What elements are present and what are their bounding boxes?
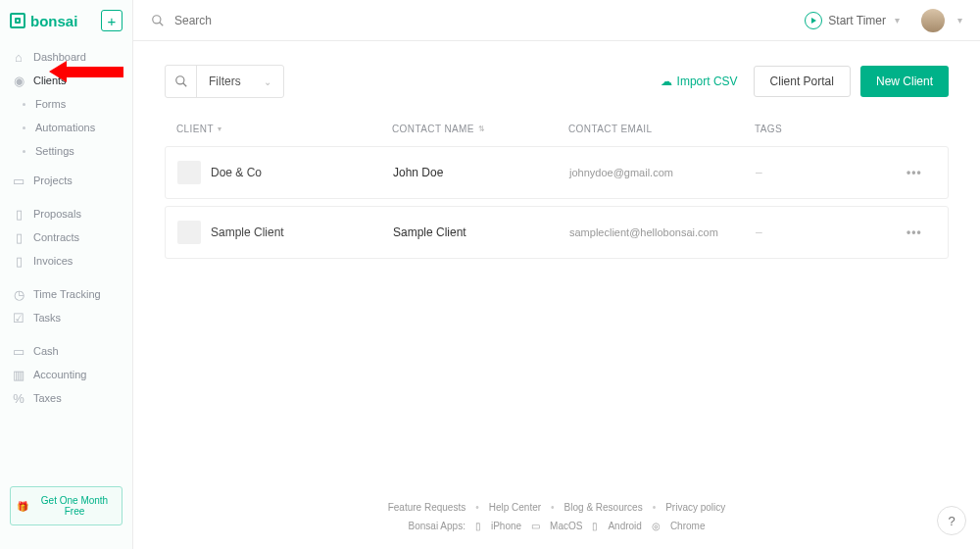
filter-search-button[interactable]	[166, 66, 197, 97]
sidebar-item-label: Clients	[33, 75, 67, 86]
timer-label: Start Timer	[828, 14, 886, 27]
apps-label: Bonsai Apps:	[409, 521, 466, 531]
search-icon	[151, 14, 165, 27]
client-name: Sample Client	[211, 225, 284, 239]
plus-icon: +	[108, 13, 117, 29]
sidebar-item-dashboard[interactable]: ⌂ Dashboard	[0, 45, 132, 69]
footer-app-link[interactable]: Chrome	[670, 521, 706, 531]
content-toolbar: Filters ⌄ ☁ Import CSV Client Portal New…	[165, 65, 949, 98]
brand-name: bonsai	[30, 13, 77, 29]
start-timer-button[interactable]: Start Timer ▾	[805, 12, 900, 29]
gift-icon: 🎁	[17, 501, 28, 512]
tags-cell: –	[756, 225, 906, 239]
import-label: Import CSV	[677, 75, 738, 88]
cloud-upload-icon: ☁	[661, 75, 672, 88]
svg-point-0	[153, 15, 161, 23]
sort-icon: ⇅	[478, 125, 485, 133]
chrome-icon: ◎	[652, 521, 661, 531]
tags-cell: –	[756, 166, 906, 179]
promo-label: Get One Month Free	[33, 495, 116, 517]
phone-icon: ▯	[475, 521, 481, 531]
sidebar-item-accounting[interactable]: ▥ Accounting	[0, 363, 132, 386]
chevron-down-icon[interactable]: ▾	[957, 15, 962, 25]
promo-banner[interactable]: 🎁 Get One Month Free	[10, 486, 122, 525]
sidebar-item-time-tracking[interactable]: ◷ Time Tracking	[0, 282, 132, 306]
card-icon: ▭	[12, 344, 25, 358]
sidebar-item-projects[interactable]: ▭ Projects	[0, 169, 132, 192]
clock-icon: ◷	[12, 287, 25, 301]
sidebar-item-label: Forms	[35, 98, 66, 110]
doc-icon: ▯	[12, 230, 25, 244]
footer-app-link[interactable]: MacOS	[550, 521, 582, 531]
sidebar-item-label: Automations	[35, 122, 95, 133]
filters-dropdown[interactable]: Filters ⌄	[197, 66, 283, 97]
bullet-icon	[20, 97, 27, 111]
client-portal-button[interactable]: Client Portal	[754, 66, 851, 97]
percent-icon: %	[12, 391, 25, 405]
sidebar-item-cash[interactable]: ▭ Cash	[0, 339, 132, 363]
doc-icon: ▯	[12, 207, 25, 221]
row-actions-button[interactable]: •••	[906, 166, 936, 179]
svg-line-1	[160, 22, 164, 25]
sidebar-item-label: Settings	[35, 145, 74, 157]
sidebar-item-label: Tasks	[33, 312, 61, 324]
column-header-contact[interactable]: CONTACT NAME ⇅	[392, 124, 568, 134]
topbar: Start Timer ▾ ▾	[133, 0, 980, 41]
column-header-tags[interactable]: TAGS	[755, 124, 907, 134]
globe-icon: ◉	[12, 74, 25, 87]
footer-app-link[interactable]: iPhone	[491, 521, 521, 531]
bullet-icon	[20, 144, 27, 158]
column-header-email[interactable]: CONTACT EMAIL	[568, 124, 755, 134]
home-icon: ⌂	[12, 50, 25, 64]
play-icon	[805, 12, 822, 29]
sidebar-item-forms[interactable]: Forms	[0, 92, 132, 116]
sidebar-item-contracts[interactable]: ▯ Contracts	[0, 225, 132, 249]
sidebar-item-taxes[interactable]: % Taxes	[0, 386, 132, 410]
sidebar-item-invoices[interactable]: ▯ Invoices	[0, 249, 132, 273]
column-header-client[interactable]: CLIENT ▾	[176, 124, 392, 134]
client-avatar	[177, 161, 201, 184]
sidebar-item-label: Accounting	[33, 369, 86, 380]
contact-email: johnydoe@gmail.com	[569, 167, 756, 178]
footer-link[interactable]: Feature Requests	[388, 502, 466, 513]
footer-link[interactable]: Blog & Resources	[564, 502, 643, 513]
sidebar-item-settings[interactable]: Settings	[0, 139, 132, 163]
avatar[interactable]	[921, 9, 945, 32]
sidebar-item-label: Taxes	[33, 392, 62, 404]
footer-app-link[interactable]: Android	[608, 521, 641, 531]
table-row[interactable]: Sample Client Sample Client sampleclient…	[165, 206, 949, 259]
contact-name: John Doe	[393, 166, 569, 179]
row-actions-button[interactable]: •••	[906, 225, 936, 239]
import-csv-link[interactable]: ☁ Import CSV	[661, 75, 738, 88]
svg-line-3	[182, 83, 186, 87]
table-row[interactable]: Doe & Co John Doe johnydoe@gmail.com – •…	[165, 146, 949, 199]
sort-icon: ▾	[218, 125, 221, 133]
sidebar-item-automations[interactable]: Automations	[0, 116, 132, 139]
footer: Feature Requests • Help Center • Blog & …	[133, 492, 980, 549]
chevron-down-icon: ▾	[895, 15, 900, 25]
sidebar-item-tasks[interactable]: ☑ Tasks	[0, 306, 132, 329]
chevron-down-icon: ⌄	[264, 76, 271, 87]
sidebar-item-label: Dashboard	[33, 51, 86, 63]
footer-link[interactable]: Help Center	[489, 502, 541, 513]
add-button[interactable]: +	[101, 10, 122, 31]
footer-link[interactable]: Privacy policy	[665, 502, 725, 513]
brand-logo[interactable]: bonsai	[10, 13, 77, 29]
sidebar-item-label: Invoices	[33, 255, 73, 267]
help-icon: ?	[948, 514, 955, 528]
new-client-button[interactable]: New Client	[860, 66, 949, 97]
content: Filters ⌄ ☁ Import CSV Client Portal New…	[133, 41, 980, 549]
contact-email: sampleclient@hellobonsai.com	[569, 226, 756, 238]
sidebar-item-proposals[interactable]: ▯ Proposals	[0, 202, 132, 225]
client-name: Doe & Co	[211, 166, 262, 179]
svg-point-2	[175, 76, 183, 84]
ledger-icon: ▥	[12, 368, 25, 381]
sidebar-item-clients[interactable]: ◉ Clients	[0, 69, 132, 92]
logo-icon	[10, 13, 25, 28]
contact-name: Sample Client	[393, 225, 569, 239]
folder-icon: ▭	[12, 174, 25, 187]
search-input[interactable]	[174, 14, 795, 27]
laptop-icon: ▭	[531, 521, 540, 531]
help-fab[interactable]: ?	[937, 506, 966, 535]
doc-icon: ▯	[12, 254, 25, 268]
